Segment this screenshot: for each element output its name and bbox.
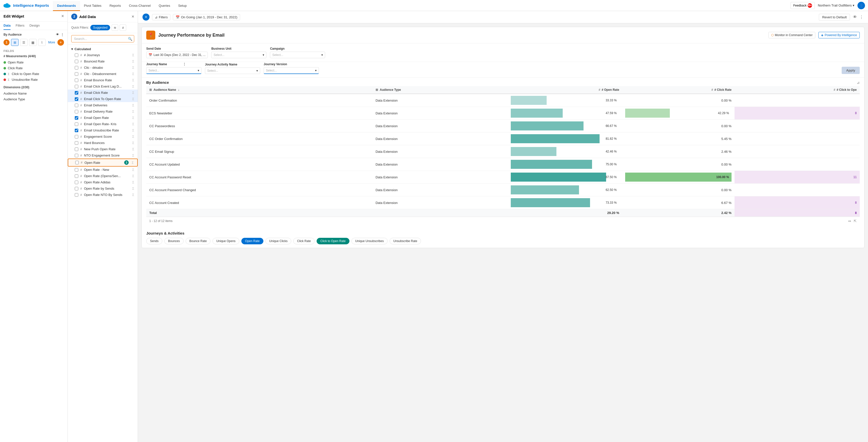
expand-icon[interactable]: ⇔ <box>848 219 851 223</box>
send-date-select[interactable]: 📅 Last 30 Days (Dec 2, 2022 - Dec 31, ..… <box>146 52 208 58</box>
tag-unique-unsubscribes[interactable]: Unique Unsubscribes <box>351 238 388 244</box>
data-item-open-rate-by-sends[interactable]: # Open Rate by Sends Σ <box>68 185 138 192</box>
close-icon-add-data[interactable]: × <box>131 14 134 19</box>
data-item-clic-desabo[interactable]: # Clic - désabo Σ <box>68 64 138 71</box>
qf-hash-btn[interactable]: # <box>120 24 126 31</box>
data-item-nto-engagement[interactable]: # NTO Engagement Score Σ <box>68 152 138 159</box>
checkbox-email-open-rate[interactable] <box>75 116 78 120</box>
checkbox-open-rate[interactable] <box>75 161 79 164</box>
org-selector[interactable]: Northern Trail Outfitters ▾ <box>818 3 855 7</box>
nav-tab-queries[interactable]: Queries <box>155 1 174 11</box>
checkbox-email-click-lag[interactable] <box>75 85 78 88</box>
eye-toolbar-icon[interactable]: 👁 <box>853 15 857 19</box>
revert-button[interactable]: Revert to Default <box>819 14 850 21</box>
data-item-email-click-rate[interactable]: # Email Click Rate Σ <box>68 90 138 96</box>
data-item-open-rate[interactable]: # Open Rate 3 Σ <box>68 159 138 166</box>
checkbox-hard-bounces[interactable] <box>75 141 78 145</box>
checkbox-clic-desabo[interactable] <box>75 66 78 69</box>
data-item-clic-desabonnement[interactable]: # Clic - Désabonnement Σ <box>68 71 138 77</box>
close-icon[interactable]: × <box>61 13 64 19</box>
tag-click-to-open-rate[interactable]: Click to Open Rate <box>317 238 349 244</box>
data-item-open-rate-adidas[interactable]: # Open Rate Adidas Σ <box>68 179 138 185</box>
tag-click-rate[interactable]: Click Rate <box>293 238 315 244</box>
calculated-section-header[interactable]: ▾ Calculated <box>68 46 138 52</box>
data-item-engagement-score[interactable]: # Engagement Score Σ <box>68 133 138 140</box>
date-range-button[interactable]: 📅 On Going (Jan 1, 2019 - Dec 31, 2022) <box>173 14 240 20</box>
data-item-email-deliveries[interactable]: # Email Deliveries Σ <box>68 102 138 108</box>
tag-open-rate[interactable]: Open Rate <box>241 238 264 244</box>
more-toolbar-icon[interactable]: ⋮ <box>860 15 864 20</box>
data-item-email-open-rate[interactable]: # Email Open Rate Σ <box>68 115 138 121</box>
campaign-select[interactable]: Select... ▾ <box>270 52 325 58</box>
data-item-email-unsubscribe-rate[interactable]: # Email Unsubscribe Rate Σ <box>68 127 138 133</box>
table-viz-btn[interactable]: ☰ <box>20 39 28 46</box>
checkbox-journeys[interactable] <box>75 54 78 57</box>
journey-version-select[interactable]: Select... ▾ <box>264 67 319 74</box>
data-item-email-delivery-rate[interactable]: # Email Delivery Rate Σ <box>68 108 138 115</box>
panel-tab-data[interactable]: Data <box>3 22 10 30</box>
tag-sends[interactable]: Sends <box>146 238 162 244</box>
checkbox-email-deliveries[interactable] <box>75 104 78 107</box>
feedback-button[interactable]: Feedback 99+ <box>790 2 815 9</box>
monitor-command-center-button[interactable]: ⬡ Monitor in Command Center <box>768 32 815 38</box>
add-widget-button[interactable]: + <box>143 13 150 21</box>
checkbox-email-open-rate-kris[interactable] <box>75 122 78 126</box>
tag-unsubscribe-rate[interactable]: Unsubscribe Rate <box>390 238 421 244</box>
business-unit-select[interactable]: Select... ▾ <box>211 52 267 58</box>
checkbox-new-push-open[interactable] <box>75 148 78 151</box>
data-item-bounced-rate[interactable]: # Bounced Rate Σ <box>68 58 138 64</box>
qf-hashtag-btn[interactable]: ≋ <box>112 24 118 31</box>
checkbox-open-rate-new[interactable] <box>75 168 78 171</box>
tag-bounce-rate[interactable]: Bounce Rate <box>186 238 211 244</box>
add-field-button[interactable]: + <box>57 39 64 46</box>
data-item-email-bounce-rate[interactable]: # Email Bounce Rate Σ <box>68 77 138 83</box>
viz-more-link[interactable]: More <box>48 41 55 44</box>
nav-tab-setup[interactable]: Setup <box>174 1 191 11</box>
checkbox-email-unsubscribe-rate[interactable] <box>75 129 78 132</box>
panel-tab-design[interactable]: Design <box>30 22 40 30</box>
grid-viz-btn[interactable]: ⊞ <box>11 39 19 46</box>
checkbox-clic-desabonnement[interactable] <box>75 72 78 76</box>
data-item-open-rate-new[interactable]: # Open Rate - New Σ <box>68 166 138 173</box>
checkbox-engagement-score[interactable] <box>75 135 78 138</box>
col-sort-icon[interactable]: ↓ <box>178 88 179 92</box>
more-icon[interactable]: ⋮ <box>61 33 64 36</box>
qf-suggested-btn[interactable]: Suggested <box>90 25 110 30</box>
data-item-email-open-rate-kris[interactable]: # Email Open Rate- Kris Σ <box>68 121 138 127</box>
bar-viz-btn[interactable]: ▦ <box>29 39 37 46</box>
panel-tab-filters[interactable]: Filters <box>16 22 24 30</box>
data-item-email-click-open[interactable]: # Email Click To Open Rate Σ <box>68 96 138 102</box>
checkbox-open-rate-by-sends[interactable] <box>75 187 78 190</box>
eye-icon[interactable]: 👁 <box>56 33 59 36</box>
nav-tab-cross-channel[interactable]: Cross-Channel <box>125 1 155 11</box>
data-item-new-push-open[interactable]: # New Push Open Rate Σ <box>68 146 138 152</box>
data-item-email-click-lag[interactable]: # Email Click Event Lag D... Σ <box>68 83 138 90</box>
nav-tab-reports[interactable]: Reports <box>105 1 125 11</box>
search-input[interactable] <box>71 35 134 42</box>
nav-tab-pivot-tables[interactable]: Pivot Tables <box>80 1 105 11</box>
journey-name-select[interactable]: Select... ▾ <box>146 67 202 74</box>
nav-tab-dashboards[interactable]: Dashboards <box>53 1 80 11</box>
checkbox-email-bounce-rate[interactable] <box>75 78 78 82</box>
table-filter-icon[interactable]: ⊿ <box>857 81 860 85</box>
checkbox-open-rate-adidas[interactable] <box>75 181 78 184</box>
filters-button[interactable]: ⊿ Filters <box>152 14 170 20</box>
data-item-open-rate-nto[interactable]: # Open Rate NTO By Sends Σ <box>68 192 138 198</box>
checkbox-nto-engagement[interactable] <box>75 154 78 157</box>
checkbox-email-click-rate[interactable] <box>75 91 78 95</box>
maximize-icon[interactable]: ⇱ <box>854 219 857 223</box>
line-viz-btn[interactable]: ⌇ <box>38 39 46 46</box>
apply-button[interactable]: Apply <box>842 67 860 74</box>
checkbox-bounced-rate[interactable] <box>75 60 78 63</box>
checkbox-open-rate-opens[interactable] <box>75 175 78 178</box>
avatar[interactable]: 👤 <box>858 2 865 9</box>
data-item-hard-bounces[interactable]: # Hard Bounces Σ <box>68 140 138 146</box>
tag-bounces[interactable]: Bounces <box>164 238 184 244</box>
data-item-journeys[interactable]: # # Journeys Σ <box>68 52 138 58</box>
tag-unique-clicks[interactable]: Unique Clicks <box>266 238 291 244</box>
checkbox-email-click-open[interactable] <box>75 97 78 101</box>
journey-activity-select[interactable]: Select... ▾ <box>205 67 260 74</box>
checkbox-email-delivery-rate[interactable] <box>75 110 78 114</box>
powered-by-intelligence-button[interactable]: ◈ Powered By Intelligence <box>818 32 860 38</box>
tag-unique-opens[interactable]: Unique Opens <box>213 238 239 244</box>
